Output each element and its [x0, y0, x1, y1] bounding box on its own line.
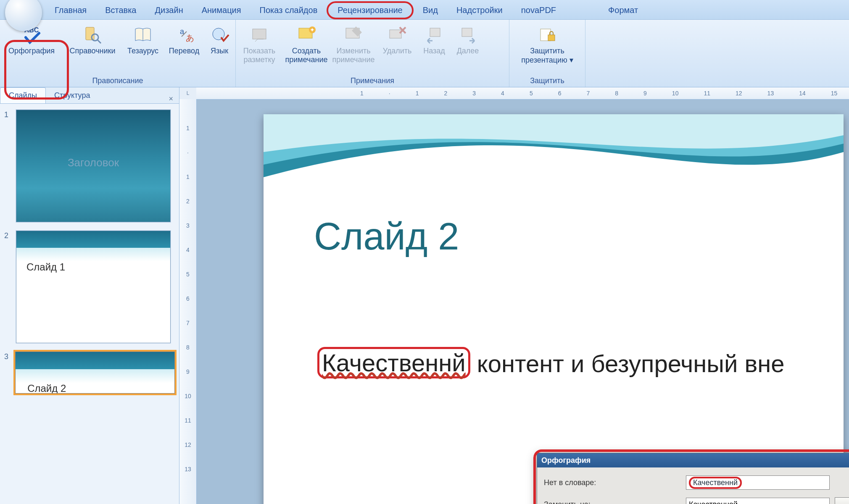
tab-novapdf[interactable]: novaPDF — [512, 1, 565, 19]
thumb-number: 3 — [4, 352, 15, 394]
prev-icon — [424, 25, 444, 45]
tab-addins[interactable]: Надстройки — [447, 1, 512, 19]
svg-line-3 — [97, 39, 101, 43]
research-button[interactable]: Справочники — [63, 20, 122, 74]
tab-view[interactable]: Вид — [414, 1, 447, 19]
svg-text:✦: ✦ — [310, 26, 315, 33]
thumbnail-1[interactable]: Заголовок — [16, 110, 171, 222]
slide-body-rest: контент и безупречный вне — [470, 350, 785, 377]
del-comment-label: Удалить — [383, 47, 412, 55]
translate-label: Перевод — [169, 47, 199, 55]
delete-icon — [387, 25, 407, 45]
next-button[interactable]: Далее — [451, 20, 485, 74]
new-comment-l1: Создать — [292, 47, 321, 55]
research-icon — [82, 25, 103, 45]
not-in-dict-value: Качественнй — [686, 475, 830, 490]
group-comments-label: Примечания — [236, 74, 509, 87]
ribbon: ABC Орфография Справочники — [0, 20, 849, 87]
panel-tab-outline[interactable]: Структура — [46, 88, 98, 103]
replace-input[interactable] — [686, 498, 830, 504]
thumb-number: 2 — [4, 231, 16, 343]
thumb-title: Слайд 1 — [26, 261, 65, 273]
slide-canvas[interactable]: Слайд 2 Качественнй контент и безупречны… — [264, 114, 844, 504]
thumb-number: 1 — [4, 110, 16, 222]
group-proofing-label: Правописание — [0, 74, 235, 87]
dialog-body: Нет в словаре: Качественнй Заменить на: … — [537, 467, 849, 504]
thesaurus-button[interactable]: Тезаурус — [122, 20, 164, 74]
tab-format[interactable]: Формат — [599, 1, 647, 19]
svg-rect-8 — [253, 29, 266, 39]
thumb-title: Слайд 2 — [26, 382, 68, 394]
panel-tabs: Слайды Структура × — [0, 87, 179, 104]
not-in-dict-word: Качественнй — [689, 477, 742, 489]
tab-review[interactable]: Рецензирование — [327, 1, 413, 19]
svg-text:あ: あ — [186, 33, 194, 42]
panel-close-icon[interactable]: × — [169, 94, 173, 103]
tab-insert[interactable]: Вставка — [96, 1, 145, 19]
spell-label: Орфография — [8, 47, 55, 55]
book-icon — [133, 25, 153, 45]
thumb-title: Заголовок — [16, 156, 170, 169]
svg-rect-1 — [86, 27, 94, 40]
edit-comment-l2: примечание — [332, 55, 375, 64]
translate-button[interactable]: a あ Перевод — [164, 20, 204, 74]
lbl-replace-with: Заменить на: — [544, 500, 681, 504]
ruler-corner: L — [179, 87, 197, 100]
ruler-horizontal: 1·1234567891011121314151617 — [196, 87, 849, 100]
edit-comment-button[interactable]: Изменить примечание — [330, 20, 377, 74]
dialog-title: Орфография — [541, 456, 591, 465]
thumbnail-2[interactable]: Слайд 1 — [16, 231, 171, 343]
svg-rect-16 — [430, 28, 440, 37]
ribbon-tab-bar: Главная Вставка Дизайн Анимация Показ сл… — [0, 0, 849, 20]
skip-button[interactable]: Пропустить — [835, 497, 849, 504]
research-label: Справочники — [69, 47, 115, 55]
thumbnail-list[interactable]: 1 Заголовок 2 Слайд 1 3 — [0, 104, 179, 504]
slide-body-text[interactable]: Качественнй контент и безупречный вне — [317, 349, 818, 378]
prev-button[interactable]: Назад — [417, 20, 451, 74]
thumbnail-row[interactable]: 1 Заголовок — [4, 110, 175, 222]
lang-label: Язык — [211, 47, 228, 55]
ruler-vertical: 1·12345678910111213 — [179, 99, 197, 504]
slide-title[interactable]: Слайд 2 — [314, 215, 459, 258]
translate-icon: a あ — [174, 25, 194, 45]
del-comment-button[interactable]: Удалить — [377, 20, 417, 74]
svg-rect-13 — [390, 30, 401, 38]
thumb-bg — [16, 231, 170, 261]
next-icon — [458, 25, 478, 45]
thumbnail-3[interactable]: Слайд 2 Качественнй контент и безупречны… — [15, 352, 175, 394]
globe-check-icon — [209, 25, 229, 45]
misspelled-word: Качественнй — [322, 349, 466, 377]
slides-panel: Слайды Структура × 1 Заголовок 2 Слайд 1 — [0, 87, 179, 504]
protect-l2: презентацию ▾ — [521, 55, 573, 65]
tab-home[interactable]: Главная — [45, 1, 96, 19]
spellcheck-dialog: Орфография ? ✕ Нет в словаре: Качественн… — [537, 453, 849, 504]
show-markup-l2: разметку — [243, 55, 275, 64]
protect-l1: Защитить — [530, 47, 564, 55]
tab-design[interactable]: Дизайн — [145, 1, 192, 19]
slide-header-wave — [264, 114, 844, 207]
svg-rect-17 — [462, 28, 472, 37]
edit-comment-icon — [343, 25, 364, 45]
thumb-bg — [16, 352, 174, 383]
group-protect-label: Защитить — [509, 74, 585, 87]
lang-button[interactable]: Язык — [204, 20, 235, 74]
prev-label: Назад — [423, 47, 445, 55]
show-markup-button[interactable]: Показать разметку — [236, 20, 283, 74]
panel-tab-slides[interactable]: Слайды — [0, 87, 46, 103]
dialog-titlebar[interactable]: Орфография ? ✕ — [537, 453, 849, 467]
tab-anim[interactable]: Анимация — [192, 1, 250, 19]
next-label: Далее — [457, 47, 479, 55]
thumbnail-row[interactable]: 2 Слайд 1 — [4, 231, 175, 343]
canvas: L 1·1234567891011121314151617 1·12345678… — [179, 87, 849, 504]
new-comment-button[interactable]: ✦ Создать примечание — [283, 20, 330, 74]
protect-button[interactable]: Защитить презентацию ▾ — [509, 20, 585, 74]
thesaurus-label: Тезаурус — [127, 47, 158, 55]
workspace: Слайды Структура × 1 Заголовок 2 Слайд 1 — [0, 87, 849, 504]
thumbnail-row[interactable]: 3 Слайд 2 Качественнй контент и безупреч… — [4, 352, 175, 394]
lbl-not-in-dict: Нет в словаре: — [544, 478, 681, 487]
svg-rect-19 — [548, 35, 555, 41]
markup-icon — [249, 25, 269, 45]
show-markup-l1: Показать — [243, 47, 276, 55]
tab-show[interactable]: Показ слайдов — [250, 1, 327, 19]
protect-icon — [537, 25, 557, 45]
